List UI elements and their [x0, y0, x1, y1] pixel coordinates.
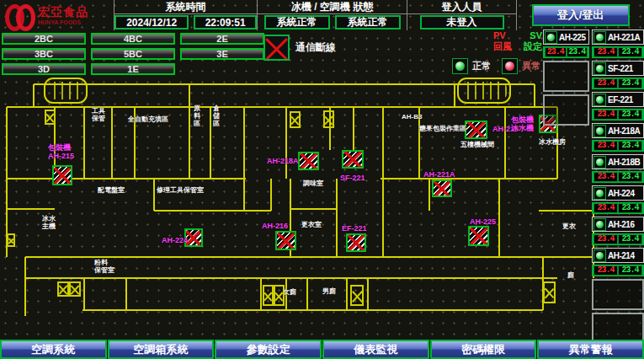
sv-value: 23.4: [619, 235, 641, 244]
unit-group: AH-21423.423.4: [592, 248, 644, 276]
unit-values: 23.423.4: [592, 265, 644, 276]
ahu-unit-label: AH-224: [162, 236, 188, 244]
units-panel: AH-22523.423.4 AH-221A23.423.4SF-22123.4…: [543, 29, 644, 344]
status-lamp-icon: [593, 156, 606, 169]
unit-ah-218b[interactable]: AH-218B: [592, 154, 644, 169]
unit-group: SF-22123.423.4: [592, 61, 644, 89]
sv-value: 23.4: [619, 266, 641, 275]
unit-ah-214[interactable]: AH-214: [592, 248, 644, 263]
pv-value: 23.4: [546, 48, 566, 56]
machine-status-label: 冰機 / 空調機 狀態: [258, 0, 407, 14]
ahu-unit-label: AH-216: [262, 222, 288, 230]
floor-button-5bc[interactable]: 5BC: [91, 48, 175, 60]
ahu-icon-comm-lost[interactable]: [465, 121, 487, 139]
pv-value: 23.4: [594, 48, 617, 56]
empty-slot: [543, 61, 589, 92]
chiller-status-value: 系統正常: [264, 15, 330, 29]
unit-name: SF-221: [608, 64, 633, 73]
pv-value: 23.4: [594, 235, 617, 244]
shaft-icon: [350, 285, 364, 306]
ahu-unit-label: AH-218A: [267, 157, 299, 165]
floor-buttons: 2BC4BC2E3BC5BC3E3D1E: [2, 33, 264, 75]
ahu-icon-comm-lost[interactable]: [468, 226, 489, 246]
ahu-status-value: 系統正常: [335, 15, 401, 29]
status-lamp-icon: [593, 218, 606, 231]
ahu-icon-comm-lost[interactable]: [52, 165, 72, 185]
normal-lamp-icon: [452, 58, 468, 74]
shaft-icon: [323, 110, 334, 128]
sv-value: 23.4: [567, 48, 588, 56]
nav-button-4[interactable]: 儀表監視: [322, 340, 429, 359]
nav-button-1[interactable]: 空調系統: [0, 340, 107, 359]
unit-ah-221a[interactable]: AH-221A: [592, 29, 644, 45]
unit-ah-225[interactable]: AH-225: [543, 29, 589, 45]
floor-button-4bc[interactable]: 4BC: [91, 33, 175, 45]
room-label: 配電盤室: [98, 186, 125, 194]
ahu-icon-comm-lost[interactable]: [432, 180, 452, 197]
floor-button-2e[interactable]: 2E: [180, 33, 264, 45]
room-label: 粉料 保管室: [94, 259, 114, 274]
comm-lost-legend: 通信斷線: [263, 35, 336, 61]
floor-button-1e[interactable]: 1E: [91, 63, 175, 75]
login-logout-button[interactable]: 登入/登出: [532, 4, 630, 26]
system-time-label: 系統時間: [114, 0, 257, 14]
login-user-label: 登入人員: [407, 0, 516, 14]
brand-logo-icon: [5, 3, 34, 28]
nav-button-6[interactable]: 異常警報: [537, 340, 644, 359]
floor-button-3e[interactable]: 3E: [180, 48, 264, 60]
unit-values: 23.423.4: [592, 140, 644, 152]
unit-ah-218a[interactable]: AH-218A: [592, 123, 644, 138]
empty-slot: [543, 94, 589, 126]
unit-name: EF-221: [608, 95, 633, 104]
pv-value: 23.4: [594, 173, 617, 181]
comm-lost-icon: [263, 35, 290, 61]
nav-button-5[interactable]: 密碼權限: [430, 340, 537, 359]
unit-values: 23.423.4: [592, 171, 644, 183]
ahu-icon-comm-lost[interactable]: [346, 233, 366, 252]
ahu-icon-comm-lost[interactable]: [275, 231, 296, 250]
nav-button-3[interactable]: 參數設定: [215, 340, 322, 359]
room-label: 修理工具保管室: [157, 186, 204, 194]
ahu-unit-label: SF-221: [340, 174, 365, 182]
room-label: 五樓機械間: [460, 141, 494, 148]
brand-name: 宏亞食品: [38, 6, 88, 18]
floor-button-3bc[interactable]: 3BC: [2, 48, 86, 60]
room-label: 工具 保管: [92, 107, 105, 122]
status-lamp-icon: [593, 249, 606, 262]
unit-group: EF-22123.423.4: [592, 92, 644, 121]
sv-value: 23.4: [619, 110, 641, 119]
room-label: 男廁: [322, 287, 336, 295]
nav-button-2[interactable]: 空調箱系統: [108, 340, 215, 359]
ahu-icon-comm-lost[interactable]: [298, 152, 319, 170]
lamp-legend: 正常 異常: [452, 58, 540, 74]
system-time-value: 22:09:51: [194, 15, 257, 29]
shaft-icon: [290, 111, 301, 128]
status-lamp-icon: [545, 31, 557, 44]
unit-group: AH-221A23.423.4: [592, 29, 644, 58]
sv-value: 23.4: [619, 142, 641, 150]
comm-lost-label: 通信斷線: [295, 40, 336, 55]
unit-ah-216[interactable]: AH-216: [592, 217, 644, 232]
ahu-icon-comm-lost[interactable]: [342, 150, 364, 169]
ahu-unit-label: 包裝機 AH-215: [48, 143, 74, 160]
bottom-nav: 空調系統空調箱系統參數設定儀表監視密碼權限異常警報: [0, 340, 644, 359]
pv-sv-legend: PV SV 回風 設定: [492, 30, 544, 52]
sv-value: 23.4: [619, 204, 641, 212]
unit-ah-224[interactable]: AH-224: [592, 185, 644, 201]
unit-name: AH-224: [608, 189, 634, 198]
header: 宏亞食品 HUNYA FOODS 系統時間 2024/12/12 22:09:5…: [0, 0, 644, 30]
floor-button-2bc[interactable]: 2BC: [2, 33, 86, 45]
room-label: 女廁: [283, 288, 296, 296]
hmi-screen: 宏亞食品 HUNYA FOODS 系統時間 2024/12/12 22:09:5…: [0, 0, 644, 359]
stairs-icon: [457, 78, 511, 104]
unit-name: AH-218A: [608, 126, 640, 136]
room-label: 倉 儲 區: [213, 104, 220, 127]
login-section: 登入人員 未登入: [407, 0, 517, 30]
floor-button-3d[interactable]: 3D: [2, 63, 86, 75]
shaft-icon: [69, 281, 81, 297]
pv-value: 23.4: [594, 110, 617, 119]
ahu-unit-label: AH-225: [470, 217, 496, 226]
unit-ef-221[interactable]: EF-221: [592, 92, 644, 107]
room-label: 糖果包裝作業區: [419, 125, 466, 132]
unit-sf-221[interactable]: SF-221: [592, 61, 644, 76]
